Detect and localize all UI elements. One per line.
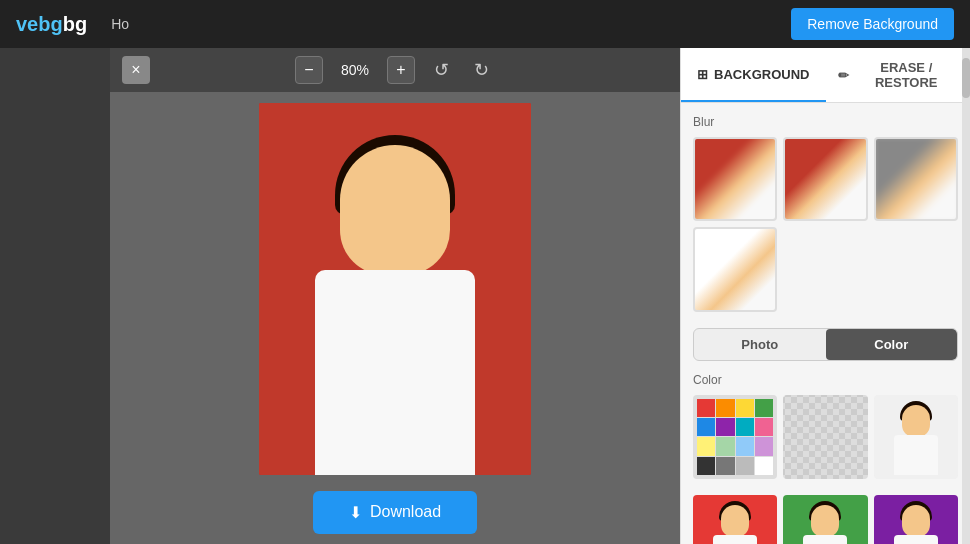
purple-bg-thumb[interactable] (874, 495, 958, 544)
tab-background-label: BACKGROUND (714, 67, 809, 82)
mini-body (894, 535, 938, 544)
red-bg-thumb[interactable] (693, 495, 777, 544)
redo-icon: ↻ (474, 59, 489, 81)
person-figure (295, 135, 495, 475)
header: vebgbg Ho Remove Background (0, 0, 970, 48)
download-label: Download (370, 503, 441, 521)
green-bg-thumb[interactable] (783, 495, 867, 544)
canvas-area: × − 80% + ↺ ↻ (110, 0, 680, 544)
left-sidebar (0, 0, 110, 544)
main-image (259, 103, 531, 475)
logo: vebgbg (16, 13, 87, 36)
zoom-out-icon: − (304, 61, 313, 79)
color-thumbnails-row1 (693, 395, 958, 479)
blur-thumb-3[interactable] (874, 137, 958, 221)
close-icon: × (131, 61, 140, 79)
undo-icon: ↺ (434, 59, 449, 81)
scrollbar[interactable] (962, 48, 970, 544)
panel-tabs: ⊞ BACKGROUND ✏ ERASE / RESTORE (681, 48, 970, 103)
transparent-bg-thumb[interactable] (783, 395, 867, 479)
toolbar: × − 80% + ↺ ↻ (110, 48, 680, 92)
blur-thumb-4[interactable] (693, 227, 777, 311)
green-thumb-person (785, 497, 865, 544)
blur-section-label: Blur (693, 115, 958, 129)
editor-container: × − 80% + ↺ ↻ (0, 0, 970, 544)
tab-background[interactable]: ⊞ BACKGROUND (681, 48, 826, 102)
zoom-in-icon: + (396, 61, 405, 79)
blur-thumb-1[interactable] (693, 137, 777, 221)
nav-home[interactable]: Ho (111, 16, 129, 32)
download-icon: ⬇ (349, 503, 362, 522)
close-button[interactable]: × (122, 56, 150, 84)
undo-button[interactable]: ↺ (427, 56, 455, 84)
blur-thumb-2[interactable] (783, 137, 867, 221)
remove-bg-button[interactable]: Remove Background (791, 8, 954, 40)
zoom-in-button[interactable]: + (387, 56, 415, 84)
person-body (315, 270, 475, 475)
zoom-out-button[interactable]: − (295, 56, 323, 84)
mini-body (894, 435, 938, 475)
redo-button[interactable]: ↻ (467, 56, 495, 84)
color-thumbnails-row2 (693, 495, 958, 544)
zoom-value: 80% (335, 62, 375, 78)
mini-body (803, 535, 847, 544)
mini-head (902, 405, 930, 437)
layers-icon: ⊞ (697, 67, 708, 82)
white-thumb-person (876, 397, 956, 477)
color-section-label: Color (693, 373, 958, 387)
header-nav: Ho (111, 16, 129, 32)
purple-thumb-person (876, 497, 956, 544)
download-button[interactable]: ⬇ Download (313, 491, 477, 534)
white-bg-thumb[interactable] (874, 395, 958, 479)
image-container (259, 103, 531, 475)
logo-accent: ve (16, 13, 38, 35)
right-panel: ⊞ BACKGROUND ✏ ERASE / RESTORE Blur (680, 0, 970, 544)
photo-color-toggle: Photo Color (693, 328, 958, 361)
color-toggle-button[interactable]: Color (826, 329, 958, 360)
tab-erase-restore[interactable]: ✏ ERASE / RESTORE (826, 48, 971, 102)
photo-toggle-button[interactable]: Photo (694, 329, 826, 360)
blur-thumbnails (693, 137, 958, 312)
mini-head (902, 505, 930, 537)
mini-head (721, 505, 749, 537)
panel-content: Blur Photo Color C (681, 103, 970, 544)
mini-head (811, 505, 839, 537)
mini-body (713, 535, 757, 544)
tab-erase-restore-label: ERASE / RESTORE (855, 60, 959, 90)
red-thumb-person (695, 497, 775, 544)
eraser-icon: ✏ (838, 68, 849, 83)
scrollbar-thumb[interactable] (962, 58, 970, 98)
color-palette-thumb[interactable] (693, 395, 777, 479)
person-head (340, 145, 450, 275)
